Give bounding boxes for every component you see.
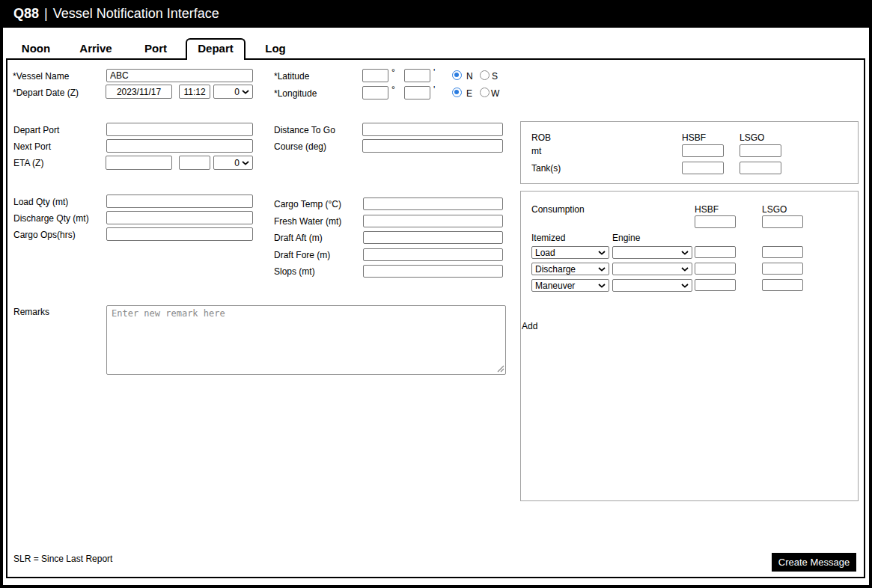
chevron-down-icon — [681, 251, 689, 255]
consumption-lsgo-input-3[interactable] — [762, 279, 803, 291]
rob-mt-hsbf-input[interactable] — [682, 144, 724, 157]
depart-timezone-select[interactable]: 0 — [213, 85, 253, 99]
cargo-ops-label: Cargo Ops(hrs) — [13, 230, 76, 240]
latitude-north-label: N — [466, 71, 473, 82]
rob-mt-lsgo-input[interactable] — [740, 144, 781, 157]
depart-port-input[interactable] — [106, 123, 253, 136]
longitude-label: *Longitude — [274, 88, 317, 99]
vessel-name-label: *Vessel Name — [13, 71, 69, 82]
latitude-degrees-input[interactable] — [362, 69, 388, 82]
draft-aft-input[interactable] — [363, 231, 503, 244]
latitude-south-label: S — [492, 71, 498, 82]
depart-date-input[interactable] — [106, 85, 172, 99]
draft-aft-label: Draft Aft (m) — [274, 233, 323, 243]
longitude-west-radio[interactable] — [480, 88, 490, 97]
longitude-east-label: E — [466, 88, 472, 99]
tab-port[interactable]: Port — [126, 39, 186, 58]
eta-timezone-select[interactable]: 0 — [213, 156, 253, 170]
create-message-button[interactable]: Create Message — [772, 553, 856, 572]
draft-fore-label: Draft Fore (m) — [274, 250, 330, 260]
longitude-degrees-unit: ° — [391, 85, 395, 95]
load-qty-input[interactable] — [106, 195, 253, 208]
longitude-degrees-input[interactable] — [362, 86, 388, 99]
eta-label: ETA (Z) — [13, 158, 43, 168]
cargo-temp-input[interactable] — [363, 197, 503, 210]
consumption-title: Consumption — [531, 204, 585, 215]
latitude-minutes-input[interactable] — [404, 69, 430, 82]
discharge-qty-input[interactable] — [106, 211, 253, 224]
depart-date-label: *Depart Date (Z) — [13, 88, 79, 98]
slops-label: Slops (mt) — [274, 266, 315, 277]
itemized-select-1[interactable]: Load — [531, 246, 609, 259]
consumption-hsbf-input-1[interactable] — [695, 246, 736, 258]
longitude-east-radio[interactable] — [452, 88, 462, 97]
tab-depart[interactable]: Depart — [186, 38, 246, 60]
remarks-label: Remarks — [13, 307, 49, 317]
vessel-notification-window: Q88 | Vessel Notification Interface Noon… — [0, 0, 872, 588]
longitude-west-label: W — [491, 88, 499, 99]
tab-log[interactable]: Log — [246, 39, 305, 58]
eta-time-input[interactable] — [179, 156, 210, 170]
chevron-down-icon — [681, 267, 689, 272]
engine-select-2[interactable] — [612, 263, 692, 275]
draft-fore-input[interactable] — [363, 248, 503, 261]
depart-port-label: Depart Port — [13, 125, 59, 135]
engine-select-1[interactable] — [612, 246, 692, 259]
remarks-textarea[interactable] — [106, 305, 506, 375]
next-port-input[interactable] — [106, 139, 253, 153]
latitude-south-radio[interactable] — [480, 70, 490, 80]
consumption-total-hsbf-input[interactable] — [695, 215, 736, 228]
chevron-down-icon — [598, 251, 606, 255]
title-separator: | — [44, 6, 48, 22]
tab-noon[interactable]: Noon — [6, 39, 66, 58]
chevron-down-icon — [598, 267, 606, 272]
chevron-down-icon — [598, 284, 606, 288]
engine-select-3[interactable] — [612, 279, 692, 292]
consumption-hsbf-input-3[interactable] — [695, 279, 736, 291]
chevron-down-icon — [242, 90, 249, 94]
fresh-water-label: Fresh Water (mt) — [274, 216, 341, 227]
cargo-ops-input[interactable] — [106, 227, 253, 241]
depart-timezone-value: 0 — [217, 87, 240, 97]
eta-timezone-value: 0 — [217, 158, 240, 168]
rob-lsgo-header: LSGO — [740, 132, 764, 143]
fresh-water-input[interactable] — [363, 215, 503, 227]
course-label: Course (deg) — [274, 141, 326, 152]
consumption-hsbf-header: HSBF — [695, 204, 719, 215]
itemized-header: Itemized — [531, 233, 565, 243]
longitude-minutes-input[interactable] — [404, 86, 430, 99]
course-input[interactable] — [362, 139, 503, 153]
itemized-value-2: Discharge — [535, 264, 598, 275]
cargo-temp-label: Cargo Temp (°C) — [274, 199, 341, 209]
rob-tanks-hsbf-input[interactable] — [682, 162, 724, 174]
latitude-degrees-unit: ° — [391, 67, 395, 78]
next-port-label: Next Port — [13, 141, 51, 152]
rob-hsbf-header: HSBF — [682, 132, 706, 143]
latitude-north-radio[interactable] — [452, 70, 462, 80]
slops-input[interactable] — [363, 265, 503, 278]
distance-to-go-input[interactable] — [362, 123, 503, 136]
discharge-qty-label: Discharge Qty (mt) — [13, 213, 89, 224]
slr-note: SLR = Since Last Report — [13, 554, 112, 564]
consumption-hsbf-input-2[interactable] — [695, 263, 736, 275]
depart-time-input[interactable] — [179, 85, 210, 99]
vessel-name-input[interactable] — [106, 69, 253, 82]
itemized-select-3[interactable]: Maneuver — [531, 279, 609, 292]
tab-arrive[interactable]: Arrive — [66, 39, 126, 58]
chevron-down-icon — [242, 161, 249, 165]
rob-title: ROB — [531, 132, 551, 143]
chevron-down-icon — [681, 284, 689, 288]
eta-date-input[interactable] — [106, 156, 172, 170]
engine-header: Engine — [612, 233, 640, 243]
title-bar: Q88 | Vessel Notification Interface — [0, 0, 872, 28]
consumption-total-lsgo-input[interactable] — [762, 215, 803, 228]
rob-tanks-label: Tank(s) — [531, 163, 561, 174]
distance-to-go-label: Distance To Go — [274, 125, 335, 135]
rob-tanks-lsgo-input[interactable] — [740, 162, 781, 174]
consumption-lsgo-input-2[interactable] — [762, 263, 803, 275]
longitude-minutes-unit: ' — [433, 85, 435, 95]
itemized-value-1: Load — [535, 248, 598, 258]
consumption-lsgo-input-1[interactable] — [762, 246, 803, 258]
itemized-select-2[interactable]: Discharge — [531, 263, 609, 275]
add-consumption-row-link[interactable]: Add — [522, 321, 537, 331]
